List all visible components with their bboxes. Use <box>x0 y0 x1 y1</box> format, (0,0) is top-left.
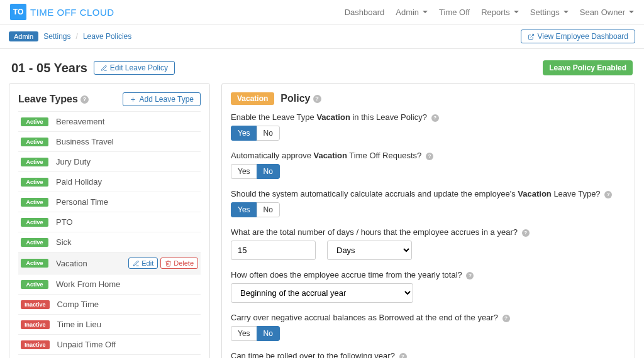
toggle-yes[interactable]: Yes <box>231 202 257 217</box>
list-item[interactable]: ActiveWork From Home <box>18 274 201 295</box>
leave-type-label: Unpaid Time Off <box>57 340 116 349</box>
status-badge: Active <box>21 259 48 268</box>
question-auto-accruals: Should the system automatically calculat… <box>231 189 626 217</box>
breadcrumb-settings[interactable]: Settings <box>43 32 70 41</box>
leave-types-panel: Leave Types ? Add Leave Type ActiveBerea… <box>9 83 210 358</box>
toggle-yes[interactable]: Yes <box>231 326 257 341</box>
total-accrual-unit-select[interactable]: Days <box>327 241 412 260</box>
leave-type-label: Comp Time <box>57 300 99 309</box>
breadcrumb-bar: Admin Settings / Leave Policies View Emp… <box>0 24 644 49</box>
question-text: Carry over negative accrual balances as … <box>231 313 626 322</box>
navbar: TO TIME OFF CLOUD Dashboard Admin Time O… <box>0 0 644 24</box>
enable-leave-type-toggle[interactable]: Yes No <box>231 126 280 141</box>
help-icon[interactable]: ? <box>313 95 321 103</box>
question-text: Should the system automatically calculat… <box>231 189 626 198</box>
toggle-yes[interactable]: Yes <box>231 164 257 179</box>
nav-user-label: Sean Owner <box>580 8 625 17</box>
breadcrumb-admin[interactable]: Admin <box>9 31 38 41</box>
status-badge: Active <box>21 218 48 227</box>
help-icon[interactable]: ? <box>466 272 474 279</box>
nav-reports-label: Reports <box>481 8 510 17</box>
list-item[interactable]: ActiveJury Duty <box>18 152 201 172</box>
help-icon[interactable]: ? <box>80 95 89 104</box>
question-enable-leave-type: Enable the Leave Type Vacation in this L… <box>231 112 626 141</box>
nav-settings[interactable]: Settings <box>530 8 569 17</box>
question-auto-approve: Automatically approve Vacation Time Off … <box>231 151 626 179</box>
toggle-no[interactable]: No <box>257 164 280 179</box>
toggle-no[interactable]: No <box>257 326 280 341</box>
help-icon[interactable]: ? <box>426 153 433 160</box>
edit-leave-policy-label: Edit Leave Policy <box>110 63 168 72</box>
policy-title-text: Policy <box>280 93 310 104</box>
delete-leave-type-button[interactable]: Delete <box>160 258 198 269</box>
edit-label: Edit <box>142 259 153 267</box>
toggle-yes[interactable]: Yes <box>231 126 257 141</box>
auto-accruals-toggle[interactable]: Yes No <box>231 202 280 217</box>
breadcrumb-leave-policies[interactable]: Leave Policies <box>83 32 131 41</box>
status-badge: Active <box>21 198 48 207</box>
question-carry-negative: Carry over negative accrual balances as … <box>231 313 626 341</box>
question-text: What are the total number of days / hour… <box>231 227 626 237</box>
status-badge: Active <box>21 178 48 187</box>
list-item[interactable]: InactiveComp Time <box>18 295 201 315</box>
delete-label: Delete <box>174 259 194 267</box>
leave-types-title-text: Leave Types <box>18 94 78 105</box>
question-text: Enable the Leave Type Vacation in this L… <box>231 112 626 122</box>
nav-dashboard[interactable]: Dashboard <box>345 8 385 17</box>
leave-type-label: PTO <box>56 217 73 227</box>
brand-logo[interactable]: TO TIME OFF CLOUD <box>10 4 114 20</box>
view-employee-dashboard-label: View Employee Dashboard <box>537 32 628 41</box>
help-icon[interactable]: ? <box>522 229 530 237</box>
breadcrumb: Admin Settings / Leave Policies <box>9 31 131 41</box>
leave-type-label: Time in Lieu <box>57 320 101 329</box>
help-icon[interactable]: ? <box>604 191 612 198</box>
list-item[interactable]: ActivePaid Holiday <box>18 172 201 192</box>
list-item[interactable]: ActivePersonal Time <box>18 192 201 212</box>
nav-settings-label: Settings <box>530 8 560 17</box>
nav-links: Dashboard Admin Time Off Reports Setting… <box>345 8 634 17</box>
policy-panel: Vacation Policy ? Enable the Leave Type … <box>221 83 635 358</box>
list-item[interactable]: ActivePTO <box>18 212 201 232</box>
total-accrual-input[interactable] <box>231 241 316 260</box>
help-icon[interactable]: ? <box>431 114 439 122</box>
list-item[interactable]: InactiveTime in Lieu <box>18 315 201 335</box>
nav-admin[interactable]: Admin <box>396 8 428 17</box>
leave-type-label: Work From Home <box>56 279 120 289</box>
title-row: 01 - 05 Years Edit Leave Policy Leave Po… <box>11 60 633 75</box>
plus-icon <box>130 96 136 103</box>
edit-leave-policy-button[interactable]: Edit Leave Policy <box>94 61 175 75</box>
list-item[interactable]: ActiveBereavement <box>18 112 201 132</box>
carry-negative-toggle[interactable]: Yes No <box>231 326 280 341</box>
svg-line-0 <box>531 34 534 37</box>
toggle-no[interactable]: No <box>257 126 280 141</box>
pencil-icon <box>133 260 140 267</box>
status-badge: Active <box>21 138 48 146</box>
nav-reports[interactable]: Reports <box>481 8 519 17</box>
leave-types-title: Leave Types ? <box>18 94 89 105</box>
view-employee-dashboard-button[interactable]: View Employee Dashboard <box>521 30 635 43</box>
leave-type-label: Bereavement <box>56 117 104 126</box>
accrual-frequency-select[interactable]: Beginning of the accrual year <box>231 283 413 303</box>
add-leave-type-button[interactable]: Add Leave Type <box>123 92 201 106</box>
auto-approve-toggle[interactable]: Yes No <box>231 164 280 179</box>
help-icon[interactable]: ? <box>502 315 510 322</box>
add-leave-type-label: Add Leave Type <box>139 95 194 104</box>
policy-leave-type-tag: Vacation <box>231 92 274 105</box>
question-accrual-frequency: How often does the employee accrue time … <box>231 270 626 303</box>
list-item-vacation[interactable]: Active Vacation Edit Delete <box>18 252 201 274</box>
nav-user[interactable]: Sean Owner <box>580 8 634 17</box>
nav-timeoff[interactable]: Time Off <box>439 8 470 17</box>
edit-leave-type-button[interactable]: Edit <box>128 258 158 269</box>
leave-type-label: Vacation <box>56 259 87 268</box>
pencil-icon <box>101 65 108 72</box>
policy-title: Policy ? <box>280 93 321 104</box>
help-icon[interactable]: ? <box>399 353 407 358</box>
list-item[interactable]: InactiveUnpaid Time Off <box>18 335 201 355</box>
external-link-icon <box>528 33 535 40</box>
leave-type-label: Sick <box>56 237 72 247</box>
leave-policy-status: Leave Policy Enabled <box>543 60 633 75</box>
toggle-no[interactable]: No <box>257 202 280 217</box>
logo-mark: TO <box>10 4 26 20</box>
list-item[interactable]: ActiveSick <box>18 232 201 252</box>
list-item[interactable]: ActiveBusiness Travel <box>18 132 201 152</box>
